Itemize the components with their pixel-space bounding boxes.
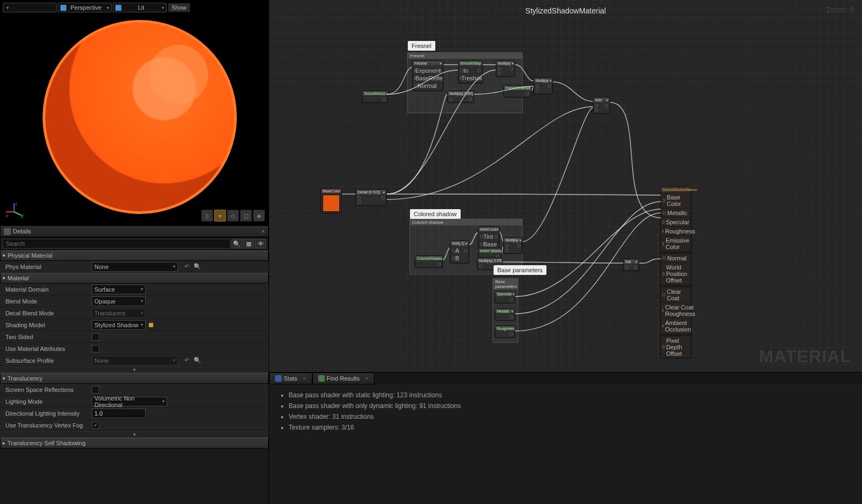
material-graph[interactable]: StylizedShadowMaterial Zoom -5 MATERIAL … [269, 0, 862, 372]
node-desat[interactable]: Desat (V 0.0) [355, 189, 387, 206]
stat-line: Base pass shader with static lighting: 1… [289, 390, 852, 401]
phys-material-browse-button[interactable]: 🔍 [193, 263, 202, 271]
tooltip-fresnel: Fresnel [408, 41, 435, 51]
phys-material-revert-button[interactable]: ↶ [182, 263, 191, 271]
node-multiply[interactable]: Multiply [496, 60, 515, 77]
material-domain-dropdown[interactable]: Surface [92, 285, 146, 294]
material-watermark: MATERIAL [759, 347, 851, 367]
details-close-button[interactable]: × [262, 228, 265, 234]
tooltip-base-params: Base parameters [494, 265, 546, 275]
lighting-mode-dropdown[interactable]: Volumetric Non Directional [92, 397, 167, 406]
node-multiply3[interactable]: Multiply [503, 237, 523, 254]
prop-phys-material: Phys Material None ↶🔍 [0, 261, 269, 273]
section-translucency[interactable]: Translucency [0, 373, 269, 384]
node-fresnel[interactable]: Fresnel Exponent BaseReflectFraction Nor… [412, 60, 443, 91]
node-roughness[interactable]: Roughness [495, 326, 515, 338]
node-colored-shadow-param[interactable]: ColoredShadow [415, 256, 443, 268]
stat-line: Texture samplers: 3/16 [289, 422, 852, 433]
shape-plane-button[interactable]: ◇ [227, 210, 239, 222]
node-invert-color[interactable]: invert color TintBase [478, 226, 500, 250]
output-node[interactable]: StylizedShadowMaterial Base Color Metall… [660, 187, 692, 358]
zoom-level: Zoom -5 [826, 5, 854, 14]
stat-line: Base pass shader with only dynamic light… [289, 401, 852, 411]
stats-tab[interactable]: Stats× [269, 372, 312, 384]
preview-shape-row: ▯ ● ◇ ◻ ◈ [201, 210, 265, 222]
directional-intensity-input[interactable] [92, 409, 146, 418]
color-swatch[interactable] [323, 195, 340, 212]
find-close-button[interactable]: × [365, 375, 368, 382]
axis-gizmo: x y z [6, 203, 22, 219]
section-physical-material[interactable]: Physical Material [0, 250, 269, 261]
section-translucency-self-shadowing[interactable]: Translucency Self Shadowing [0, 438, 269, 448]
lit-icon [115, 5, 121, 11]
stats-close-button[interactable]: × [303, 375, 306, 382]
shape-mesh-button[interactable]: ◈ [253, 210, 265, 222]
section-material[interactable]: Material [0, 273, 269, 284]
node-add[interactable]: Add [593, 97, 610, 114]
property-matrix-button[interactable]: ▦ [243, 239, 254, 248]
bottom-tabs: Stats× Find Results× [269, 372, 862, 384]
node-add-l[interactable]: Add(,1) AB [450, 240, 469, 264]
details-search-row: 🔍 ▦ 👁 [0, 237, 269, 250]
shape-sphere-button[interactable]: ● [214, 210, 226, 222]
node-specular[interactable]: Specular [495, 291, 515, 303]
material-preview-viewport[interactable]: Perspective Lit Show x y z ▯ ● ◇ ◻ ◈ [0, 0, 269, 225]
ssr-checkbox[interactable] [92, 386, 99, 393]
lit-label: Lit [138, 4, 145, 11]
node-fresnel-intensity[interactable]: FresnelIntensity [503, 85, 531, 98]
shape-cylinder-button[interactable]: ▯ [201, 210, 213, 222]
vertex-fog-checkbox[interactable] [92, 422, 99, 429]
modified-marker-icon [149, 323, 153, 327]
perspective-dropdown[interactable]: Perspective [58, 3, 112, 12]
blend-mode-dropdown[interactable]: Opaque [92, 296, 146, 306]
subsurface-browse-button[interactable]: 🔍 [193, 356, 202, 365]
decal-blend-mode-dropdown: Translucent [92, 308, 146, 318]
search-icon: 🔍 [233, 240, 241, 247]
viewport-menu-button[interactable] [3, 3, 57, 12]
translucency-expand-button[interactable] [0, 431, 269, 438]
node-smoothness[interactable]: Smoothness [362, 91, 388, 103]
node-multiply-a[interactable]: Multiply(,0.05) [447, 91, 474, 103]
view-options-button[interactable]: 👁 [255, 239, 266, 248]
connection-wires [269, 0, 862, 372]
bottom-panel: Stats× Find Results× Base pass shader wi… [269, 372, 862, 504]
details-tab[interactable]: Details × [0, 225, 269, 237]
node-basecolor[interactable]: BaseColor [320, 188, 342, 213]
perspective-label: Perspective [71, 4, 101, 11]
shape-cube-button[interactable]: ◻ [240, 210, 252, 222]
graph-title: StylizedShadowMaterial [525, 6, 606, 15]
use-material-attributes-checkbox[interactable] [92, 345, 99, 353]
details-title: Details [13, 228, 31, 234]
perspective-icon [60, 5, 66, 11]
tooltip-colored-shadow: Colored shadow [410, 209, 461, 219]
details-search-input[interactable] [3, 239, 230, 248]
shading-model-dropdown[interactable]: Stylized Shadow [92, 320, 146, 330]
find-icon [318, 375, 325, 382]
subsurface-profile-dropdown: None [92, 356, 178, 365]
find-results-tab[interactable]: Find Results× [312, 372, 375, 384]
node-sat[interactable]: Sat [623, 259, 639, 271]
preview-highlight [149, 45, 208, 104]
two-sided-checkbox[interactable] [92, 333, 99, 341]
node-metallic[interactable]: Metallic [495, 308, 515, 321]
subsurface-revert-button[interactable]: ↶ [182, 356, 191, 365]
grid-icon: ▦ [246, 240, 251, 247]
show-button[interactable]: Show [168, 3, 190, 12]
search-submit-button[interactable]: 🔍 [231, 239, 242, 248]
phys-material-dropdown[interactable]: None [92, 262, 178, 272]
node-multiply2[interactable]: Multiply [533, 78, 553, 94]
viewport-toolbar: Perspective Lit Show [3, 3, 190, 12]
material-expand-button[interactable] [0, 367, 269, 373]
stats-icon [275, 375, 282, 382]
eye-icon: 👁 [258, 240, 264, 247]
stat-line: Vertex shader: 31 instructions [289, 411, 852, 422]
stats-panel: Base pass shader with static lighting: 1… [269, 384, 862, 438]
details-icon [4, 228, 11, 235]
lit-dropdown[interactable]: Lit [113, 3, 167, 12]
show-label: Show [172, 4, 187, 11]
preview-sphere [43, 20, 237, 214]
node-smoothstep[interactable]: SmoothStep InTreshold [458, 60, 483, 84]
